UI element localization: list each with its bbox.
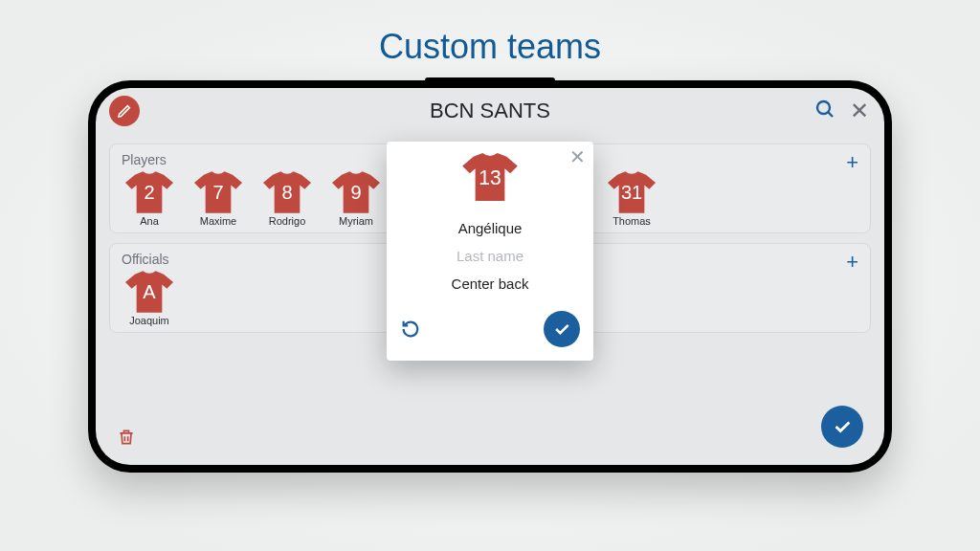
player-item[interactable]: 9 Myriam: [328, 171, 384, 227]
player-item[interactable]: 2 Ana: [122, 171, 177, 227]
trash-icon: [117, 427, 136, 448]
svg-point-0: [817, 101, 830, 114]
search-button[interactable]: [813, 98, 836, 121]
modal-confirm-button[interactable]: [544, 311, 580, 347]
close-icon: ✕: [850, 98, 869, 123]
modal-close-button[interactable]: ✕: [569, 145, 586, 168]
first-name-field[interactable]: Angélique: [458, 220, 523, 236]
svg-text:2: 2: [144, 182, 154, 203]
player-name: Joaquim: [129, 315, 169, 326]
modal-jersey[interactable]: 13: [462, 153, 518, 201]
player-name: Rodrigo: [269, 215, 306, 227]
undo-button[interactable]: [400, 319, 421, 340]
edit-button[interactable]: [109, 96, 140, 126]
player-name: Myriam: [339, 215, 373, 227]
close-icon: ✕: [569, 146, 586, 167]
close-button[interactable]: ✕: [850, 98, 869, 124]
svg-text:7: 7: [212, 182, 223, 203]
team-title: BCN SANTS: [430, 99, 550, 123]
player-name: Ana: [140, 215, 159, 227]
pencil-icon: [117, 103, 132, 119]
delete-button[interactable]: [117, 427, 136, 448]
undo-icon: [400, 319, 421, 340]
player-edit-modal: ✕ 13 Angélique Last name Center back: [387, 142, 593, 361]
svg-text:A: A: [143, 281, 156, 302]
svg-text:9: 9: [350, 182, 361, 203]
player-item[interactable]: 7 Maxime: [190, 171, 246, 227]
phone-frame: BCN SANTS ✕ Players + 2 Ana 7 Maxime 8 R…: [88, 80, 892, 473]
add-official-button[interactable]: +: [846, 250, 858, 275]
check-icon: [552, 320, 571, 339]
svg-text:8: 8: [281, 182, 292, 203]
modal-actions: [400, 311, 580, 347]
svg-line-1: [828, 112, 833, 117]
plus-icon: +: [846, 250, 858, 274]
confirm-fab[interactable]: [821, 406, 863, 448]
page-title: Custom teams: [379, 27, 601, 67]
svg-text:13: 13: [479, 166, 501, 188]
player-item[interactable]: 8 Rodrigo: [259, 171, 315, 227]
player-item[interactable]: A Joaquim: [122, 271, 177, 326]
search-icon: [813, 98, 836, 121]
player-item[interactable]: 31 Thomas: [604, 171, 659, 227]
player-name: Maxime: [200, 215, 237, 227]
app-header: BCN SANTS ✕: [96, 88, 884, 134]
app-screen: BCN SANTS ✕ Players + 2 Ana 7 Maxime 8 R…: [96, 88, 884, 465]
svg-text:31: 31: [621, 182, 642, 203]
last-name-field[interactable]: Last name: [457, 248, 523, 264]
check-icon: [832, 416, 853, 437]
player-name: Thomas: [612, 215, 651, 227]
plus-icon: +: [846, 150, 858, 174]
position-field[interactable]: Center back: [452, 276, 529, 292]
add-player-button[interactable]: +: [846, 150, 858, 175]
